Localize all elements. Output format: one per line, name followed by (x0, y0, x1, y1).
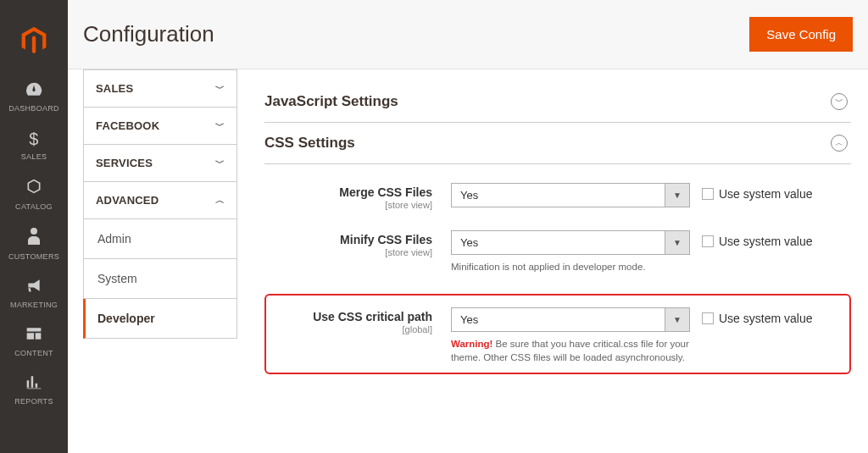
page-header: Configuration Save Config (68, 0, 868, 69)
field-label: Merge CSS Files [store view] (264, 183, 451, 210)
use-system-value-checkbox[interactable] (702, 235, 714, 247)
field-merge-css: Merge CSS Files [store view] Yes ▼ Use s… (264, 183, 851, 210)
field-critical-css: Use CSS critical path [global] Yes ▼ War… (275, 307, 841, 364)
nav-reports[interactable]: REPORTS (0, 366, 68, 414)
chevron-down-icon: ▼ (665, 230, 690, 255)
nav-label: SALES (21, 152, 47, 161)
layout-icon (25, 326, 42, 345)
nav-catalog[interactable]: CATALOG (0, 169, 68, 219)
select-value: Yes (451, 183, 665, 207)
section-title: CSS Settings (264, 135, 355, 152)
settings-panel: JavaScript Settings ﹀ CSS Settings ︿ Mer… (237, 69, 868, 453)
merge-css-select[interactable]: Yes ▼ (451, 183, 690, 207)
scope-text: [store view] (264, 247, 432, 257)
chevron-down-icon: ▼ (665, 183, 690, 207)
field-label: Use CSS critical path [global] (275, 307, 451, 334)
field-control: Yes ▼ Minification is not applied in dev… (451, 230, 690, 273)
nav-customers[interactable]: CUSTOMERS (0, 219, 68, 269)
sidebar-item-facebook[interactable]: FACEBOOK ﹀ (83, 108, 237, 145)
label-text: Use CSS critical path (313, 310, 432, 323)
expand-icon: ﹀ (831, 93, 848, 110)
sidebar-subitem-system[interactable]: System (83, 259, 237, 299)
sidebar-subitem-admin[interactable]: Admin (83, 219, 237, 259)
critical-css-select[interactable]: Yes ▼ (451, 307, 690, 332)
chevron-down-icon: ▼ (665, 307, 690, 332)
chevron-down-icon: ﹀ (215, 119, 225, 132)
section-css-settings[interactable]: CSS Settings ︿ (264, 123, 851, 164)
chevron-down-icon: ﹀ (215, 82, 225, 95)
collapse-icon: ︿ (831, 135, 848, 152)
use-system-value-group: Use system value (690, 183, 812, 201)
label-text: Minify CSS Files (340, 233, 432, 246)
sidebar-item-label: SALES (96, 82, 133, 95)
box-icon (25, 178, 42, 199)
checkbox-label: Use system value (719, 312, 812, 325)
sidebar-item-label: SERVICES (96, 157, 153, 169)
select-value: Yes (451, 230, 665, 255)
magento-logo (0, 25, 68, 56)
nav-label: MARKETING (10, 301, 58, 309)
use-system-value-checkbox[interactable] (702, 188, 714, 200)
field-hint: Minification is not applied in developer… (451, 260, 690, 273)
chevron-up-icon: ︿ (215, 194, 225, 207)
select-value: Yes (451, 307, 665, 332)
css-settings-fields: Merge CSS Files [store view] Yes ▼ Use s… (264, 164, 851, 374)
save-config-button[interactable]: Save Config (749, 17, 853, 52)
nav-dashboard[interactable]: DASHBOARD (0, 73, 68, 121)
nav-label: CATALOG (15, 202, 53, 211)
nav-marketing[interactable]: MARKETING (0, 269, 68, 318)
label-text: Merge CSS Files (339, 185, 432, 199)
nav-label: CUSTOMERS (8, 252, 59, 261)
admin-icon-sidebar: DASHBOARD $ SALES CATALOG CUSTOMERS MARK… (0, 0, 68, 453)
field-label: Minify CSS Files [store view] (264, 230, 451, 257)
content: SALES ﹀ FACEBOOK ﹀ SERVICES ﹀ ADVANCED ︿… (68, 69, 868, 453)
sidebar-item-services[interactable]: SERVICES ﹀ (83, 145, 237, 182)
field-control: Yes ▼ (451, 183, 690, 207)
use-system-value-group: Use system value (690, 307, 812, 325)
main-area: Configuration Save Config SALES ﹀ FACEBO… (68, 0, 868, 453)
nav-label: CONTENT (14, 349, 53, 357)
chevron-down-icon: ﹀ (215, 157, 225, 169)
section-title: JavaScript Settings (264, 93, 398, 110)
sidebar-item-label: FACEBOOK (96, 119, 159, 132)
megaphone-icon (25, 278, 42, 297)
nav-label: DASHBOARD (8, 104, 59, 113)
field-control: Yes ▼ Warning! Be sure that you have cri… (451, 307, 690, 364)
scope-text: [global] (275, 324, 432, 334)
config-sidebar: SALES ﹀ FACEBOOK ﹀ SERVICES ﹀ ADVANCED ︿… (68, 69, 237, 453)
checkbox-label: Use system value (719, 187, 812, 201)
critical-css-highlight-box: Use CSS critical path [global] Yes ▼ War… (264, 294, 851, 374)
bar-chart-icon (25, 374, 42, 394)
checkbox-label: Use system value (719, 235, 812, 248)
use-system-value-group: Use system value (690, 230, 812, 248)
nav-label: REPORTS (14, 397, 53, 406)
dollar-icon: $ (29, 130, 38, 149)
person-icon (27, 228, 41, 249)
field-hint: Warning! Be sure that you have critical.… (451, 337, 690, 364)
use-system-value-checkbox[interactable] (702, 312, 714, 324)
minify-css-select[interactable]: Yes ▼ (451, 230, 690, 255)
sidebar-item-advanced[interactable]: ADVANCED ︿ (83, 182, 237, 219)
sidebar-item-sales[interactable]: SALES ﹀ (83, 69, 237, 108)
warning-label: Warning! (451, 339, 492, 349)
nav-sales[interactable]: $ SALES (0, 121, 68, 169)
nav-content[interactable]: CONTENT (0, 318, 68, 366)
field-minify-css: Minify CSS Files [store view] Yes ▼ Mini… (264, 230, 851, 273)
page-title: Configuration (83, 21, 214, 47)
scope-text: [store view] (264, 200, 432, 210)
section-javascript-settings[interactable]: JavaScript Settings ﹀ (264, 81, 851, 123)
sidebar-item-label: ADVANCED (96, 194, 159, 207)
sidebar-subitem-developer[interactable]: Developer (83, 299, 237, 339)
dashboard-icon (25, 81, 43, 101)
